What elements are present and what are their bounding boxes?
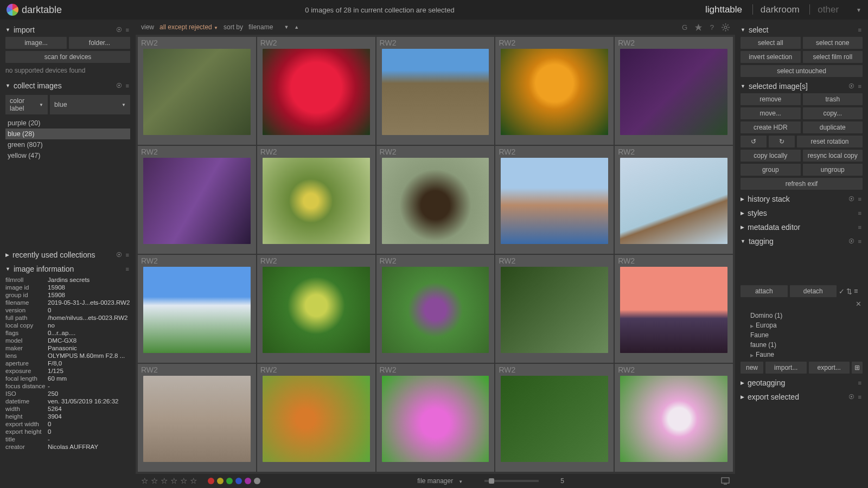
remove-button[interactable]: remove xyxy=(741,93,801,105)
view-filter-combo[interactable]: all except rejected ▼ xyxy=(159,23,218,31)
sort-dir-icon[interactable]: ▼ xyxy=(284,24,289,30)
select-all-button[interactable]: select all xyxy=(741,37,801,49)
label-green[interactable] xyxy=(226,478,233,484)
thumbnail[interactable]: RW2 xyxy=(138,364,256,472)
attach-tag-button[interactable]: attach xyxy=(741,285,788,297)
tag-list[interactable]: Domino (1)▶EuropaFaunefaune (1)▶Faune▶Fl… xyxy=(741,311,863,359)
sort-combo[interactable]: filename xyxy=(248,23,273,31)
thumbnail[interactable]: RW2 xyxy=(257,146,375,254)
tag-item[interactable]: Domino (1) xyxy=(741,311,863,320)
label-grey[interactable] xyxy=(254,478,260,484)
thumbnail[interactable]: RW2 xyxy=(615,255,733,363)
thumbnail[interactable]: RW2 xyxy=(138,37,256,145)
export-tags-button[interactable]: export... xyxy=(809,362,850,374)
copy-locally-button[interactable]: copy locally xyxy=(741,150,801,162)
layout-mode-combo[interactable]: file manager ▼ xyxy=(417,477,463,485)
thumbnail[interactable]: RW2 xyxy=(376,255,495,363)
thumbnail[interactable]: RW2 xyxy=(257,364,375,472)
select-none-button[interactable]: select none xyxy=(803,37,863,49)
import-image-button[interactable]: image... xyxy=(5,37,67,49)
thumbnail[interactable]: RW2 xyxy=(257,37,375,145)
collect-item[interactable]: yellow (47) xyxy=(5,150,130,161)
view-lighttable[interactable]: lighttable xyxy=(698,4,750,15)
import-tags-button[interactable]: import... xyxy=(765,362,807,374)
collect-facet-combo[interactable]: color label▼ xyxy=(5,95,48,114)
rating-star-3[interactable]: ☆ xyxy=(170,476,177,486)
thumbnail[interactable]: RW2 xyxy=(376,364,495,472)
invert-selection-button[interactable]: invert selection xyxy=(741,51,801,63)
select-filmroll-button[interactable]: select film roll xyxy=(803,51,863,63)
rotate-ccw-button[interactable]: ↺ xyxy=(741,136,767,147)
tag-item[interactable]: ▶Faune xyxy=(741,350,863,359)
label-blue[interactable] xyxy=(235,478,242,484)
tag-item[interactable]: ▶Europa xyxy=(741,320,863,330)
section-metadata[interactable]: ▶metadata editor≡ xyxy=(741,220,863,234)
thumbnail[interactable]: RW2 xyxy=(615,37,733,145)
section-import[interactable]: ▼import⦿ ≡ xyxy=(5,23,130,37)
rotate-cw-button[interactable]: ↻ xyxy=(769,136,795,147)
tag-tree-icon[interactable]: ⊞ xyxy=(852,362,863,374)
section-geotagging[interactable]: ▶geotagging≡ xyxy=(741,376,863,390)
view-other[interactable]: other xyxy=(809,4,846,15)
thumbnail[interactable]: RW2 xyxy=(376,146,495,254)
duplicate-button[interactable]: duplicate xyxy=(803,121,863,133)
close-icon[interactable]: ✕ xyxy=(856,300,861,308)
copy-button[interactable]: copy... xyxy=(803,107,863,119)
section-tagging[interactable]: ▼tagging⦿ ≡ xyxy=(741,234,863,248)
section-select[interactable]: ▼select≡ xyxy=(741,23,863,37)
thumbnail[interactable]: RW2 xyxy=(376,37,495,145)
thumbnail[interactable]: RW2 xyxy=(495,255,614,363)
create-hdr-button[interactable]: create HDR xyxy=(741,121,801,133)
collect-value-combo[interactable]: blue▼ xyxy=(50,95,130,114)
detach-tag-button[interactable]: detach xyxy=(790,285,837,297)
thumbnail[interactable]: RW2 xyxy=(257,255,375,363)
section-history[interactable]: ▶history stack⦿ ≡ xyxy=(741,192,863,206)
chevron-down-icon[interactable]: ▼ xyxy=(856,7,861,13)
section-styles[interactable]: ▶styles≡ xyxy=(741,206,863,220)
rating-star-1[interactable]: ☆ xyxy=(151,476,158,486)
tag-sort-icon[interactable]: ⇅ xyxy=(846,287,852,296)
label-red[interactable] xyxy=(208,478,214,484)
tag-list-icon[interactable]: ≡ xyxy=(854,287,858,295)
display-icon[interactable] xyxy=(721,477,730,485)
collect-item[interactable]: green (807) xyxy=(5,139,130,150)
collect-item[interactable]: purple (20) xyxy=(5,118,130,129)
tag-item[interactable]: faune (1) xyxy=(741,340,863,350)
rating-star-2[interactable]: ☆ xyxy=(161,476,168,486)
thumbnail[interactable]: RW2 xyxy=(495,37,614,145)
section-selected-images[interactable]: ▼selected image[s]⦿ ≡ xyxy=(741,79,863,93)
section-collect[interactable]: ▼collect images⦿ ≡ xyxy=(5,79,130,93)
reset-rotation-button[interactable]: reset rotation xyxy=(797,136,863,147)
new-tag-button[interactable]: new xyxy=(741,362,763,374)
thumbnail[interactable]: RW2 xyxy=(138,146,256,254)
thumbnail[interactable]: RW2 xyxy=(495,146,614,254)
rating-star-4[interactable]: ☆ xyxy=(180,476,187,486)
section-recent[interactable]: ▶recently used collections⦿ ≡ xyxy=(5,248,130,262)
import-folder-button[interactable]: folder... xyxy=(69,37,130,49)
rating-star-5[interactable]: ☆ xyxy=(190,476,197,486)
ungroup-button[interactable]: ungroup xyxy=(803,164,863,176)
tag-item[interactable]: Faune xyxy=(741,330,863,340)
rating-star-0[interactable]: ☆ xyxy=(141,476,148,486)
sort-asc-icon[interactable]: ▲ xyxy=(294,24,299,30)
scan-devices-button[interactable]: scan for devices xyxy=(5,51,130,63)
section-export[interactable]: ▶export selected⦿ ≡ xyxy=(741,390,863,404)
resync-local-button[interactable]: resync local copy xyxy=(803,150,863,162)
thumbnail[interactable]: RW2 xyxy=(615,364,733,472)
section-imginfo[interactable]: ▼image information≡ xyxy=(5,262,130,276)
label-purple[interactable] xyxy=(245,478,251,484)
thumbnail[interactable]: RW2 xyxy=(138,255,256,363)
section-controls[interactable]: ⦿ ≡ xyxy=(116,27,130,33)
select-untouched-button[interactable]: select untouched xyxy=(741,65,863,77)
group-icon[interactable]: G xyxy=(681,23,689,31)
view-darkroom[interactable]: darkroom xyxy=(752,4,807,15)
star-icon[interactable] xyxy=(694,23,703,31)
help-icon[interactable]: ? xyxy=(708,23,716,31)
gear-icon[interactable] xyxy=(722,23,730,31)
move-button[interactable]: move... xyxy=(741,107,801,119)
zoom-slider[interactable] xyxy=(484,480,539,482)
trash-button[interactable]: trash xyxy=(803,93,863,105)
refresh-exif-button[interactable]: refresh exif xyxy=(741,178,863,190)
group-button[interactable]: group xyxy=(741,164,801,176)
tag-check-icon[interactable]: ✓ xyxy=(839,287,845,296)
